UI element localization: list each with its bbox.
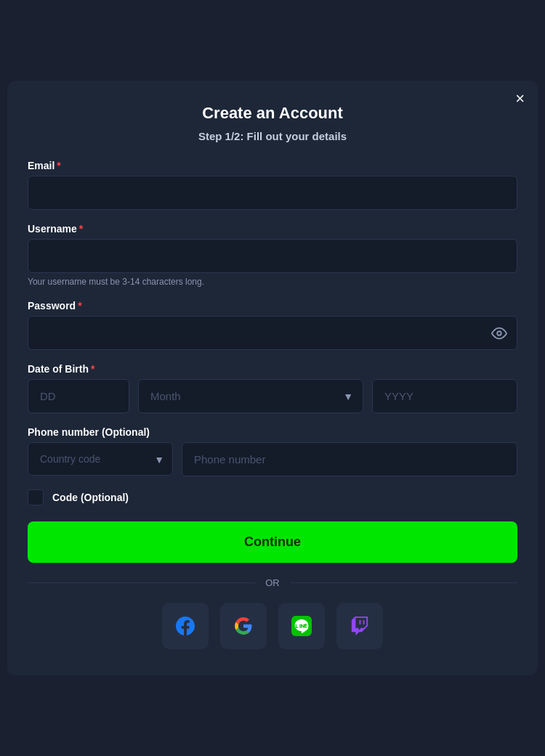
- dob-month-select[interactable]: Month January February March April May J…: [138, 379, 363, 413]
- username-label: Username*: [28, 223, 517, 235]
- social-login-row: [28, 603, 517, 649]
- email-label: Email*: [28, 160, 517, 171]
- code-label: Code (Optional): [52, 492, 129, 503]
- dob-field-group: Date of Birth* Month January February Ma…: [28, 363, 517, 413]
- code-checkbox[interactable]: [28, 489, 44, 505]
- email-required-marker: *: [57, 160, 60, 171]
- email-field-group: Email*: [28, 160, 517, 210]
- username-input[interactable]: [28, 239, 517, 273]
- country-code-select[interactable]: Country code: [28, 442, 173, 476]
- password-field-group: Password*: [28, 300, 517, 350]
- facebook-login-button[interactable]: [162, 603, 209, 649]
- email-input[interactable]: [28, 176, 517, 210]
- password-label: Password*: [28, 300, 517, 312]
- dob-day-input[interactable]: [28, 379, 129, 413]
- dob-year-input[interactable]: [372, 379, 517, 413]
- dob-month-wrapper: Month January February March April May J…: [138, 379, 363, 413]
- password-wrapper: [28, 316, 517, 350]
- twitch-login-button[interactable]: [336, 603, 383, 649]
- dob-label: Date of Birth*: [28, 363, 517, 375]
- password-required-marker: *: [78, 300, 81, 312]
- or-divider: OR: [28, 577, 517, 588]
- dob-row: Month January February March April May J…: [28, 379, 517, 413]
- phone-label: Phone number (Optional): [28, 426, 517, 438]
- close-button[interactable]: ×: [515, 91, 525, 107]
- username-required-marker: *: [79, 223, 83, 235]
- password-input[interactable]: [28, 316, 517, 350]
- google-login-button[interactable]: [220, 603, 267, 649]
- or-label: OR: [265, 577, 280, 588]
- eye-icon: [491, 325, 507, 341]
- facebook-icon: [176, 617, 195, 635]
- phone-field-group: Phone number (Optional) Country code ▼: [28, 426, 517, 476]
- svg-point-0: [497, 331, 501, 336]
- dob-year-wrapper: [372, 379, 517, 413]
- dob-dd-wrapper: [28, 379, 129, 413]
- username-hint: Your username must be 3-14 characters lo…: [28, 277, 517, 287]
- continue-button[interactable]: Continue: [28, 521, 517, 563]
- modal-subtitle: Step 1/2: Fill out your details: [28, 130, 517, 142]
- dob-required-marker: *: [91, 363, 94, 375]
- phone-number-wrapper: [182, 442, 517, 476]
- phone-row: Country code ▼: [28, 442, 517, 476]
- create-account-modal: × Create an Account Step 1/2: Fill out y…: [7, 81, 538, 675]
- twitch-icon: [350, 617, 369, 635]
- phone-country-wrapper: Country code ▼: [28, 442, 173, 476]
- code-checkbox-row: Code (Optional): [28, 489, 517, 505]
- google-icon: [234, 617, 253, 635]
- line-icon: [291, 616, 312, 636]
- modal-title: Create an Account: [28, 104, 517, 123]
- username-field-group: Username* Your username must be 3-14 cha…: [28, 223, 517, 287]
- line-login-button[interactable]: [278, 603, 325, 649]
- phone-number-input[interactable]: [182, 442, 517, 476]
- show-password-button[interactable]: [491, 325, 507, 341]
